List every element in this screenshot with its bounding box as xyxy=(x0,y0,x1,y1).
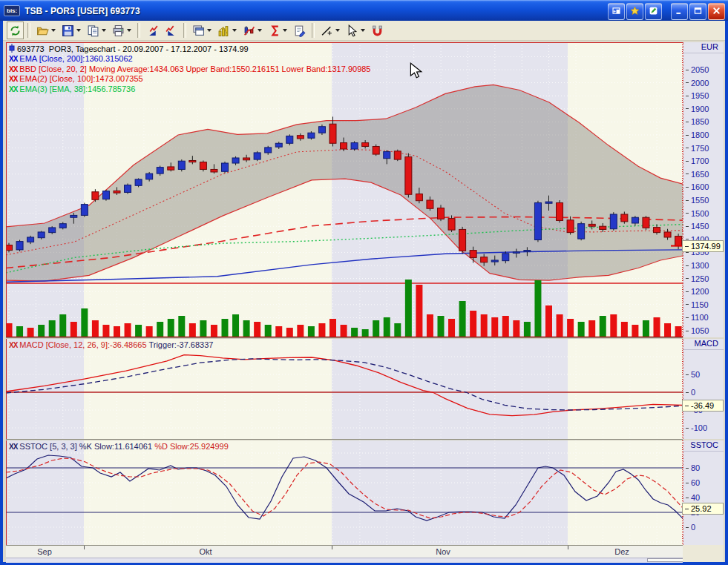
scrollbar-thumb[interactable] xyxy=(647,558,683,562)
toolbar-separator xyxy=(137,23,140,38)
previous-chart-button[interactable] xyxy=(144,22,161,39)
candlestick xyxy=(81,205,88,216)
refresh-button[interactable] xyxy=(7,22,24,39)
volume-bar xyxy=(675,326,682,337)
axis-tick-label: 0 xyxy=(686,523,695,532)
candlestick xyxy=(6,245,13,251)
star-icon xyxy=(630,5,640,19)
dropdown-arrow-icon[interactable] xyxy=(102,29,106,32)
maximize-button[interactable] xyxy=(689,3,706,20)
volume-bar xyxy=(459,301,466,337)
candlestick xyxy=(27,237,34,242)
volume-bar xyxy=(16,326,23,337)
axis-tick-label: 2050 xyxy=(686,65,709,75)
month-band xyxy=(84,339,332,439)
volume-bar xyxy=(534,280,541,337)
pointer-button[interactable] xyxy=(344,22,367,39)
new-chart-window-button[interactable] xyxy=(190,22,214,39)
save-button[interactable] xyxy=(59,22,83,39)
dropdown-arrow-icon[interactable] xyxy=(361,29,365,32)
candlestick xyxy=(59,224,66,228)
candlestick xyxy=(481,257,488,262)
window-title: TSB - POR3 [USER] 693773 xyxy=(24,6,140,16)
magnet-button[interactable] xyxy=(369,22,386,39)
copy-button[interactable] xyxy=(85,22,108,39)
axis-tick-label: 1950 xyxy=(686,91,709,101)
axis-tick-label: 1600 xyxy=(686,182,709,192)
volume-bar xyxy=(557,314,563,337)
volume-bar xyxy=(286,328,293,337)
minimize-button[interactable] xyxy=(671,3,688,20)
candlestick xyxy=(534,203,541,240)
tick-dash xyxy=(685,246,689,247)
candlestick xyxy=(222,163,229,171)
month-band xyxy=(568,440,683,545)
volume-bar xyxy=(157,322,163,337)
timeframe-button[interactable] xyxy=(215,22,239,39)
sstoc-axis[interactable]: SSTOC 25.92 806040200 xyxy=(683,440,724,545)
candlestick xyxy=(384,152,390,159)
horizontal-scrollbar[interactable] xyxy=(6,558,683,563)
macd-panel[interactable] xyxy=(6,339,683,439)
candlestick xyxy=(491,260,498,262)
volume-bar xyxy=(491,317,498,337)
titlebar[interactable]: bis: TSB - POR3 [USER] 693773 xyxy=(0,0,728,21)
volume-bar xyxy=(265,325,272,337)
candlestick xyxy=(232,158,239,163)
price-axis[interactable]: EUR 1374.99 2050200019501900185018001750… xyxy=(683,42,724,337)
dropdown-arrow-icon[interactable] xyxy=(76,29,81,32)
indicator-button[interactable] xyxy=(240,22,264,39)
dropdown-arrow-icon[interactable] xyxy=(283,29,287,32)
app-window: bis: TSB - POR3 [USER] 693773 693773 POR… xyxy=(0,0,728,565)
draw-line-button[interactable] xyxy=(318,22,342,39)
axis-tick-label: 1450 xyxy=(686,222,709,231)
template-button[interactable] xyxy=(291,22,308,39)
favorites-button[interactable] xyxy=(626,3,643,20)
dropdown-arrow-icon[interactable] xyxy=(51,29,56,32)
candlestick xyxy=(146,174,153,179)
next-chart-button[interactable] xyxy=(163,22,180,39)
volume-bar xyxy=(664,323,671,337)
candlestick xyxy=(92,192,99,200)
volume-bar xyxy=(318,323,325,337)
dropdown-arrow-icon[interactable] xyxy=(232,29,237,32)
dropdown-arrow-icon[interactable] xyxy=(127,29,131,32)
candlestick xyxy=(632,217,638,223)
volume-bar xyxy=(448,319,455,337)
candlestick xyxy=(200,162,206,170)
candlestick xyxy=(567,220,574,233)
dropdown-arrow-icon[interactable] xyxy=(207,29,211,32)
dropdown-arrow-icon[interactable] xyxy=(258,29,262,32)
volume-bar xyxy=(329,319,336,337)
dropdown-arrow-icon[interactable] xyxy=(335,29,340,32)
axis-tick-label: 50 xyxy=(686,370,700,380)
price-axis-unit: EUR xyxy=(683,42,724,53)
volume-bar xyxy=(92,320,99,337)
candlestick xyxy=(38,232,45,238)
volume-bar xyxy=(189,323,196,337)
last-price-value: 1374.99 xyxy=(691,242,721,251)
open-button[interactable] xyxy=(34,22,58,39)
candlestick xyxy=(654,228,660,233)
edit-chart-button[interactable] xyxy=(645,3,662,20)
month-band xyxy=(568,339,683,439)
volume-bar xyxy=(59,314,66,337)
dock-window-button[interactable] xyxy=(608,3,625,20)
chart-forward-icon xyxy=(165,24,177,37)
mouse-cursor xyxy=(410,62,426,80)
time-axis-tick xyxy=(84,546,85,549)
price-chart-panel[interactable] xyxy=(6,42,683,337)
close-button[interactable] xyxy=(708,3,725,20)
sstoc-panel[interactable] xyxy=(6,440,683,545)
macd-axis-label: MACD xyxy=(683,339,724,350)
candlestick xyxy=(297,136,304,139)
toolbar xyxy=(3,21,725,41)
macd-axis[interactable]: MACD -36.49 500-50-100 xyxy=(683,339,724,439)
sstoc-axis-label: SSTOC xyxy=(683,440,724,452)
axis-corner xyxy=(683,545,724,562)
signal-button[interactable] xyxy=(266,22,289,39)
print-button[interactable] xyxy=(110,22,134,39)
time-axis-label: Okt xyxy=(199,547,211,556)
candlestick xyxy=(459,229,466,251)
line-tool-icon xyxy=(321,24,333,37)
